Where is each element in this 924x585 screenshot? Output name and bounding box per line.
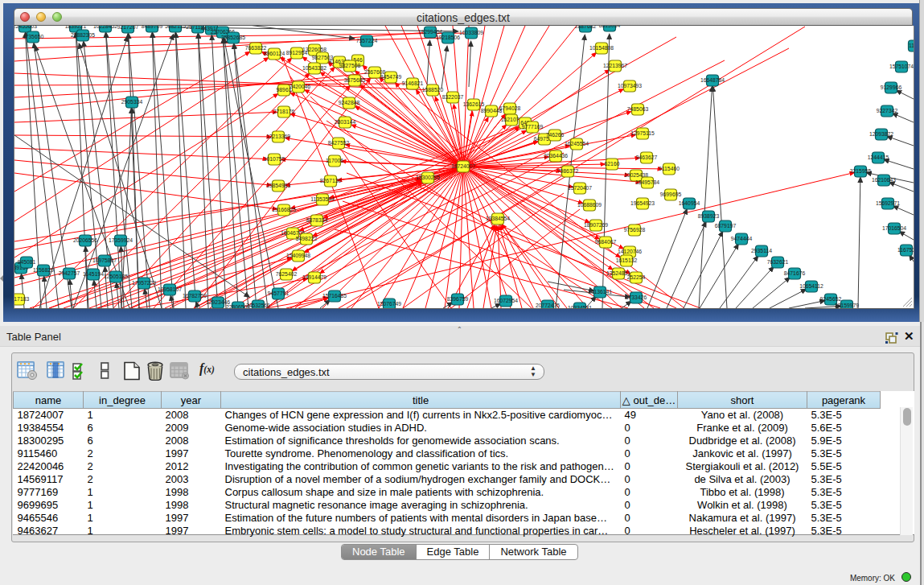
svg-text:20772475: 20772475 bbox=[536, 303, 560, 308]
svg-text:15751074: 15751074 bbox=[889, 64, 914, 69]
svg-text:11353594: 11353594 bbox=[310, 196, 335, 202]
svg-text:18495784: 18495784 bbox=[635, 179, 659, 185]
svg-text:20206556: 20206556 bbox=[73, 237, 97, 243]
svg-text:7485063: 7485063 bbox=[627, 106, 649, 112]
svg-text:18907269: 18907269 bbox=[584, 222, 608, 228]
svg-text:7986372: 7986372 bbox=[557, 168, 579, 174]
svg-text:9457791: 9457791 bbox=[268, 290, 290, 296]
svg-text:16210643: 16210643 bbox=[872, 177, 896, 183]
svg-text:9699695: 9699695 bbox=[660, 192, 682, 197]
svg-text:9827508: 9827508 bbox=[339, 63, 361, 68]
svg-text:14136141: 14136141 bbox=[588, 289, 612, 295]
svg-text:19854983: 19854983 bbox=[266, 183, 290, 188]
svg-text:8267130: 8267130 bbox=[320, 178, 342, 183]
svg-text:1112: 1112 bbox=[909, 43, 914, 48]
svg-text:62160: 62160 bbox=[605, 161, 620, 167]
svg-text:10334531: 10334531 bbox=[568, 305, 592, 308]
svg-text:2935114: 2935114 bbox=[751, 248, 772, 253]
svg-text:10688609: 10688609 bbox=[577, 202, 602, 208]
svg-text:15720407: 15720407 bbox=[568, 185, 592, 191]
svg-text:16033809: 16033809 bbox=[459, 30, 483, 35]
svg-text:17016504: 17016504 bbox=[882, 225, 906, 231]
svg-text:9129966: 9129966 bbox=[881, 84, 902, 90]
svg-text:8396759: 8396759 bbox=[447, 296, 469, 302]
svg-text:9242848: 9242848 bbox=[339, 100, 360, 105]
svg-text:3917183: 3917183 bbox=[14, 296, 29, 302]
svg-text:14914479: 14914479 bbox=[302, 274, 326, 280]
svg-text:8878334: 8878334 bbox=[306, 217, 328, 223]
svg-text:13226058: 13226058 bbox=[302, 47, 326, 52]
svg-text:10154808: 10154808 bbox=[589, 45, 614, 51]
svg-text:25852685: 25852685 bbox=[221, 35, 245, 40]
svg-text:20364436: 20364436 bbox=[544, 153, 568, 159]
svg-text:25882305: 25882305 bbox=[71, 32, 95, 38]
svg-text:1588520: 1588520 bbox=[422, 87, 444, 93]
svg-text:8489709: 8489709 bbox=[142, 26, 163, 29]
svg-text:9227342: 9227342 bbox=[877, 108, 898, 113]
svg-text:12505185: 12505185 bbox=[104, 274, 128, 279]
svg-text:10973493: 10973493 bbox=[618, 83, 642, 89]
svg-text:9684067: 9684067 bbox=[595, 239, 617, 245]
svg-text:9756928: 9756928 bbox=[624, 227, 646, 233]
svg-text:1640954: 1640954 bbox=[679, 200, 700, 206]
svg-text:10654112: 10654112 bbox=[799, 283, 823, 289]
svg-text:18724007: 18724007 bbox=[451, 163, 475, 169]
svg-text:12213369: 12213369 bbox=[266, 134, 290, 139]
svg-text:9245652: 9245652 bbox=[820, 296, 842, 302]
svg-text:117006: 117006 bbox=[326, 158, 343, 163]
svg-text:8427552: 8427552 bbox=[328, 140, 350, 146]
svg-text:16245554: 16245554 bbox=[565, 141, 589, 146]
svg-text:2803144: 2803144 bbox=[335, 119, 356, 125]
svg-text:5498222: 5498222 bbox=[296, 236, 318, 241]
svg-text:252254: 252254 bbox=[627, 274, 646, 280]
svg-text:15409948: 15409948 bbox=[286, 253, 310, 258]
svg-text:9217207: 9217207 bbox=[117, 26, 139, 30]
svg-text:15076749: 15076749 bbox=[377, 301, 401, 307]
svg-text:18300295: 18300295 bbox=[416, 175, 440, 180]
svg-text:8322037: 8322037 bbox=[442, 94, 464, 100]
svg-text:3215955: 3215955 bbox=[850, 168, 872, 174]
svg-text:1362615: 1362615 bbox=[463, 101, 485, 107]
svg-text:15692971: 15692971 bbox=[876, 200, 900, 206]
svg-text:14120746: 14120746 bbox=[618, 249, 642, 254]
svg-text:2942757: 2942757 bbox=[59, 270, 80, 276]
svg-text:7632621: 7632621 bbox=[767, 259, 789, 265]
svg-text:19166825: 19166825 bbox=[272, 207, 296, 212]
svg-text:10975867: 10975867 bbox=[92, 257, 117, 263]
svg-text:2905334: 2905334 bbox=[121, 99, 143, 105]
svg-text:24532561: 24532561 bbox=[246, 303, 270, 308]
svg-text:16648784: 16648784 bbox=[700, 77, 725, 83]
svg-text:8813054: 8813054 bbox=[599, 26, 621, 28]
svg-text:12093872: 12093872 bbox=[869, 131, 893, 137]
svg-text:1010755: 1010755 bbox=[264, 156, 285, 162]
svg-text:9146821: 9146821 bbox=[402, 80, 424, 86]
svg-text:10958107: 10958107 bbox=[158, 286, 182, 292]
svg-text:1615132: 1615132 bbox=[616, 257, 638, 263]
svg-text:9463627: 9463627 bbox=[636, 154, 658, 160]
svg-text:8454749: 8454749 bbox=[380, 74, 402, 80]
svg-text:845081: 845081 bbox=[18, 259, 36, 265]
svg-text:10543382: 10543382 bbox=[302, 65, 326, 71]
svg-text:16782759: 16782759 bbox=[183, 293, 207, 299]
svg-text:6794028: 6794028 bbox=[499, 105, 521, 111]
svg-text:9777169: 9777169 bbox=[522, 124, 544, 130]
svg-text:7663822: 7663822 bbox=[245, 45, 267, 51]
svg-text:1733426: 1733426 bbox=[626, 295, 647, 300]
svg-text:2887682: 2887682 bbox=[575, 26, 597, 29]
svg-text:19218506: 19218506 bbox=[436, 35, 460, 40]
svg-text:8938923: 8938923 bbox=[698, 213, 720, 219]
svg-text:6879197: 6879197 bbox=[715, 223, 737, 229]
svg-text:9474444: 9474444 bbox=[731, 236, 753, 241]
svg-text:15716485: 15716485 bbox=[322, 293, 347, 299]
svg-text:8471676: 8471676 bbox=[784, 270, 806, 276]
svg-text:746266: 746266 bbox=[546, 132, 565, 138]
svg-text:7357224: 7357224 bbox=[356, 38, 378, 43]
svg-text:12975115: 12975115 bbox=[630, 130, 655, 136]
svg-text:98961: 98961 bbox=[277, 87, 292, 93]
svg-text:7625402: 7625402 bbox=[276, 271, 298, 277]
svg-text:19299464: 19299464 bbox=[418, 29, 442, 35]
svg-text:10228452: 10228452 bbox=[93, 26, 117, 29]
svg-text:17957223: 17957223 bbox=[132, 280, 156, 286]
svg-text:5682115: 5682115 bbox=[165, 26, 186, 29]
svg-text:28159979: 28159979 bbox=[835, 303, 859, 308]
